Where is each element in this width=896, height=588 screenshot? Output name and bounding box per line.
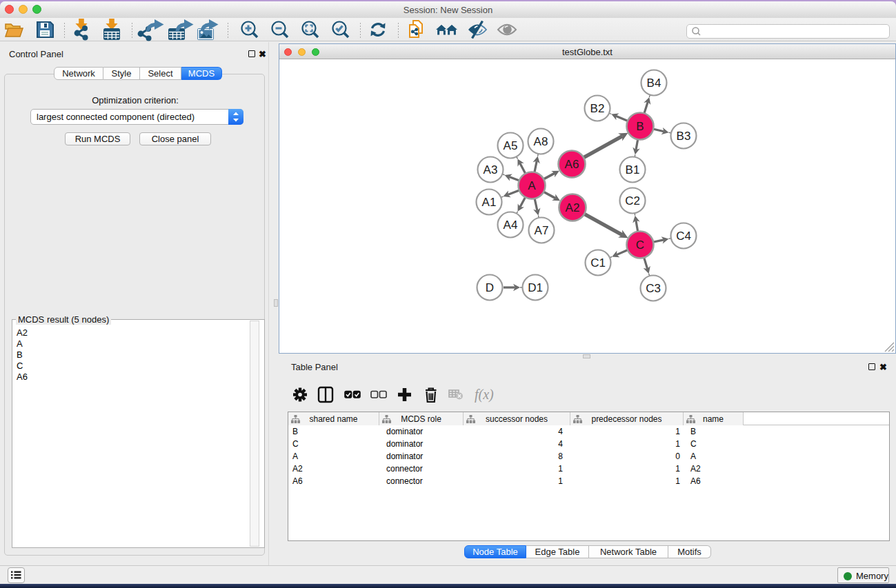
svg-text:A4: A4 — [504, 219, 518, 232]
svg-text:C4: C4 — [676, 230, 691, 243]
svg-text:A8: A8 — [534, 135, 548, 148]
svg-text:A2: A2 — [566, 201, 580, 214]
svg-text:D: D — [486, 281, 494, 294]
svg-text:A7: A7 — [535, 224, 549, 237]
svg-text:A: A — [528, 179, 536, 192]
svg-text:C1: C1 — [590, 256, 606, 270]
svg-text:B: B — [636, 120, 644, 133]
svg-text:f(x): f(x) — [475, 387, 494, 403]
svg-text:B1: B1 — [626, 163, 640, 176]
svg-text:A6: A6 — [565, 158, 579, 171]
svg-text:A1: A1 — [482, 196, 497, 209]
svg-text:D1: D1 — [528, 281, 543, 294]
svg-text:A5: A5 — [504, 139, 518, 152]
svg-text:B3: B3 — [677, 130, 691, 143]
svg-text:B4: B4 — [647, 77, 661, 90]
svg-text:C2: C2 — [625, 194, 640, 207]
svg-text:B2: B2 — [590, 102, 605, 115]
svg-text:A3: A3 — [484, 163, 498, 176]
svg-text:C3: C3 — [646, 282, 661, 295]
svg-text:C: C — [636, 239, 644, 252]
